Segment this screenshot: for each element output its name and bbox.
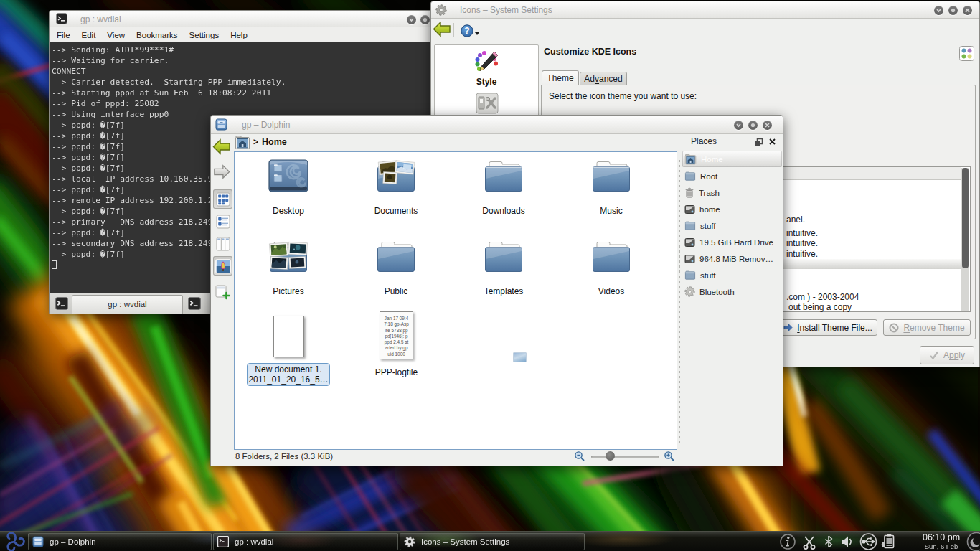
- preview-button[interactable]: [213, 256, 232, 276]
- remove-theme-button[interactable]: Remove Theme: [883, 319, 971, 336]
- stray-thumbnail-icon: [513, 352, 527, 362]
- folder-documents[interactable]: Documents: [353, 158, 439, 216]
- forward-button[interactable]: [213, 164, 230, 180]
- settings-minimize-button[interactable]: [934, 6, 943, 15]
- menu-help[interactable]: Help: [230, 31, 248, 39]
- zoom-in-icon[interactable]: [664, 451, 675, 462]
- icons-view-button[interactable]: [213, 189, 232, 209]
- place-bluetooth[interactable]: Bluetooth: [682, 283, 782, 300]
- menu-settings[interactable]: Settings: [189, 31, 220, 39]
- terminal-titlebar[interactable]: gp : wvdial: [50, 11, 433, 28]
- theme-list-scrollbar[interactable]: [961, 168, 969, 311]
- terminal-tab[interactable]: gp : wvdial: [72, 295, 183, 314]
- breadcrumb-home[interactable]: Home: [262, 137, 287, 147]
- theme-list-scrollbar-thumb[interactable]: [962, 168, 969, 268]
- volume-tray-icon[interactable]: [839, 532, 854, 551]
- breadcrumb-home-icon[interactable]: [235, 135, 250, 150]
- menu-bookmarks[interactable]: Bookmarks: [136, 31, 178, 39]
- folder-label: Documents: [353, 206, 439, 216]
- settings-back-button[interactable]: [433, 22, 451, 37]
- task-dolphin[interactable]: gp – Dolphin: [28, 533, 212, 550]
- dolphin-maximize-button[interactable]: [748, 121, 758, 130]
- klipper-tray-icon[interactable]: [802, 532, 816, 551]
- columns-view-button[interactable]: [213, 234, 232, 253]
- folder-label: Templates: [461, 286, 547, 296]
- workspace-icon[interactable]: [476, 93, 499, 114]
- trash-icon: [684, 187, 694, 198]
- place-stuff-1[interactable]: stuff: [682, 217, 782, 234]
- panel-cashew-icon[interactable]: [963, 532, 980, 551]
- places-panel: Places Home: [679, 134, 784, 466]
- places-float-icon[interactable]: [755, 138, 763, 146]
- folder-place-icon: [684, 171, 696, 182]
- menu-edit[interactable]: Edit: [82, 31, 96, 39]
- place-trash[interactable]: Trash: [682, 184, 782, 201]
- terminal-app-icon: [56, 13, 67, 24]
- tab-advanced[interactable]: Advanced: [580, 72, 627, 85]
- folder-music[interactable]: Music: [568, 158, 654, 216]
- terminal-tab-icon-left[interactable]: [55, 297, 68, 310]
- dolphin-close-button[interactable]: [763, 121, 772, 130]
- device-notifier-tray-icon[interactable]: [859, 532, 878, 551]
- places-close-icon[interactable]: [768, 138, 776, 146]
- apply-button[interactable]: Apply: [920, 346, 974, 364]
- settings-close-button[interactable]: [963, 6, 972, 15]
- apply-check-icon: [929, 350, 939, 360]
- dolphin-minimize-button[interactable]: [734, 121, 743, 130]
- folder-public[interactable]: Public: [353, 238, 439, 296]
- terminal-minimize-button[interactable]: [407, 15, 416, 24]
- style-label[interactable]: Style: [435, 77, 538, 87]
- settings-help-button[interactable]: ?: [461, 24, 479, 39]
- back-button[interactable]: [212, 138, 231, 156]
- zoom-slider-handle[interactable]: [606, 451, 615, 461]
- place-root[interactable]: Root: [682, 168, 782, 184]
- folder-view[interactable]: Desktop Documents Downloads: [234, 151, 677, 450]
- clipboard-tray-icon[interactable]: [880, 532, 896, 551]
- settings-titlebar[interactable]: Icons – System Settings: [431, 1, 979, 19]
- terminal-tab-icon-right[interactable]: [188, 297, 201, 310]
- place-home[interactable]: Home: [682, 151, 782, 167]
- install-theme-button[interactable]: Install Theme File...: [778, 319, 877, 336]
- folder-templates[interactable]: Templates: [461, 238, 547, 296]
- settings-maximize-button[interactable]: [948, 6, 958, 15]
- documents-folder-icon: [374, 158, 418, 194]
- kde-menu-button[interactable]: [1, 532, 27, 551]
- columns-view-icon: [216, 237, 230, 251]
- tab-theme[interactable]: Theme: [542, 70, 579, 85]
- drive-icon: [684, 237, 695, 248]
- plain-folder-icon: [482, 238, 525, 274]
- ppp-logfile-label: PPP-logfile: [348, 367, 445, 377]
- dolphin-titlebar[interactable]: gp – Dolphin: [211, 116, 783, 134]
- place-stuff-2[interactable]: stuff: [682, 267, 782, 283]
- menu-file[interactable]: File: [57, 31, 70, 39]
- dolphin-app-icon: [215, 118, 227, 131]
- place-hard-drive[interactable]: 19.5 GiB Hard Drive: [682, 234, 782, 250]
- panel-splitter[interactable]: [679, 159, 680, 446]
- folder-videos[interactable]: Videos: [568, 238, 654, 296]
- folder-pictures[interactable]: Pictures: [245, 238, 331, 296]
- folder-desktop[interactable]: Desktop: [245, 158, 331, 216]
- folder-downloads[interactable]: Downloads: [461, 158, 547, 216]
- plain-folder-icon: [374, 238, 418, 274]
- terminal-maximize-button[interactable]: [420, 15, 430, 24]
- terminal-task-icon: [217, 536, 229, 547]
- gear-place-icon: [684, 286, 695, 297]
- split-view-button[interactable]: [213, 283, 232, 302]
- details-view-button[interactable]: [213, 212, 232, 231]
- dolphin-statusbar: 8 Folders, 2 Files (3.3 KiB): [212, 448, 783, 465]
- clock[interactable]: 06:10 pm Sun, 6 Feb: [917, 532, 966, 550]
- overview-dots-icon[interactable]: [959, 46, 974, 61]
- menu-view[interactable]: View: [107, 31, 125, 39]
- task-wvdial[interactable]: gp : wvdial: [213, 533, 398, 550]
- zoom-slider-track[interactable]: [591, 456, 659, 458]
- bluetooth-tray-icon[interactable]: [822, 532, 835, 551]
- home-place-icon: [684, 154, 697, 165]
- zoom-out-icon[interactable]: [574, 451, 585, 462]
- pictures-folder-icon: [267, 238, 310, 274]
- task-system-settings[interactable]: Icons – System Settings: [400, 533, 585, 550]
- place-removable[interactable]: 964.8 MiB Remov…: [682, 250, 782, 267]
- details-view-icon: [216, 215, 230, 229]
- ppp-preview-text: Jan 17 09:4 7:18 gp-Asp ire-5738 pp pd[1…: [380, 316, 413, 357]
- place-home-drive[interactable]: home: [682, 201, 782, 217]
- notifications-tray-icon[interactable]: [779, 532, 797, 551]
